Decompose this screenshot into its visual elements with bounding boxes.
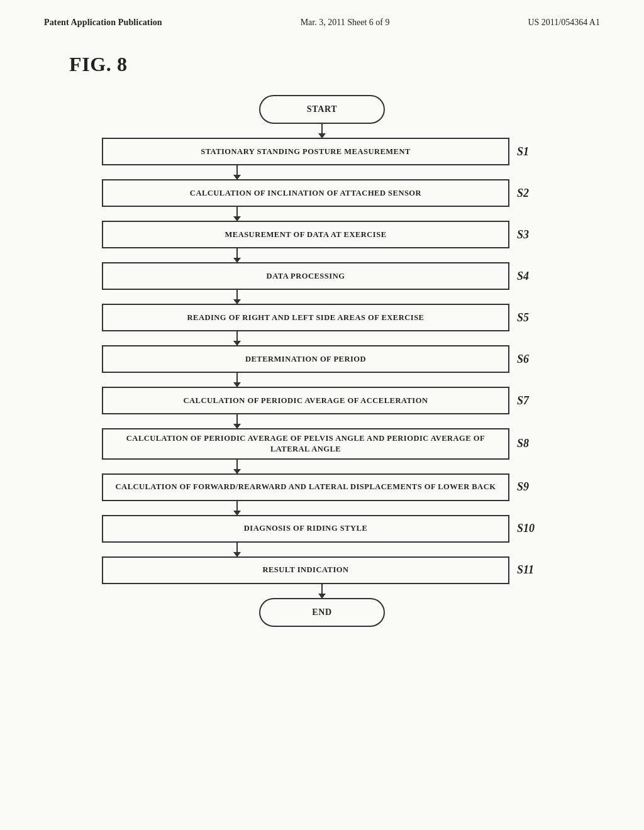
arrow-s3-next <box>236 248 238 262</box>
step-label-s8: S8 <box>517 437 542 450</box>
step-row-s11: RESULT INDICATIONS11 <box>102 556 542 584</box>
arrow-s7-next <box>236 414 238 428</box>
step-row-s6: DETERMINATION OF PERIODS6 <box>102 345 542 373</box>
process-box-s2: CALCULATION OF INCLINATION OF ATTACHED S… <box>102 179 509 207</box>
step-row-s8: CALCULATION OF PERIODIC AVERAGE OF PELVI… <box>102 428 542 460</box>
arrow-s2-next <box>236 207 238 221</box>
step-label-s11: S11 <box>517 563 542 577</box>
header-right: US 2011/054364 A1 <box>528 18 600 28</box>
arrow-s1-next <box>236 165 238 179</box>
start-terminal: START <box>259 95 385 124</box>
process-box-s8: CALCULATION OF PERIODIC AVERAGE OF PELVI… <box>102 428 509 460</box>
step-row-s7: CALCULATION OF PERIODIC AVERAGE OF ACCEL… <box>102 387 542 414</box>
arrow-s8-next <box>236 460 238 473</box>
steps-container: STATIONARY STANDING POSTURE MEASUREMENTS… <box>102 138 542 584</box>
arrow-s10-next <box>236 543 238 556</box>
step-label-s3: S3 <box>517 228 542 241</box>
process-box-s5: READING OF RIGHT AND LEFT SIDE AREAS OF … <box>102 304 509 331</box>
arrow-s6-next <box>236 373 238 387</box>
arrow-start-s1 <box>321 124 323 138</box>
arrow-s11-end <box>321 584 323 598</box>
step-label-s6: S6 <box>517 353 542 366</box>
arrow-s9-next <box>236 501 238 515</box>
process-box-s10: DIAGNOSIS OF RIDING STYLE <box>102 515 509 543</box>
step-label-s7: S7 <box>517 394 542 407</box>
process-box-s7: CALCULATION OF PERIODIC AVERAGE OF ACCEL… <box>102 387 509 414</box>
step-label-s1: S1 <box>517 145 542 158</box>
end-block: END <box>259 598 385 627</box>
header-left: Patent Application Publication <box>44 18 162 28</box>
step-row-s1: STATIONARY STANDING POSTURE MEASUREMENTS… <box>102 138 542 165</box>
step-row-s9: CALCULATION OF FORWARD/REARWARD AND LATE… <box>102 473 542 501</box>
step-row-s5: READING OF RIGHT AND LEFT SIDE AREAS OF … <box>102 304 542 331</box>
step-label-s9: S9 <box>517 480 542 494</box>
process-box-s4: DATA PROCESSING <box>102 262 509 290</box>
step-label-s5: S5 <box>517 311 542 324</box>
step-row-s4: DATA PROCESSINGS4 <box>102 262 542 290</box>
step-label-s4: S4 <box>517 270 542 283</box>
start-block: START <box>259 95 385 124</box>
arrow-s4-next <box>236 290 238 304</box>
process-box-s11: RESULT INDICATION <box>102 556 509 584</box>
process-box-s1: STATIONARY STANDING POSTURE MEASUREMENT <box>102 138 509 165</box>
process-box-s9: CALCULATION OF FORWARD/REARWARD AND LATE… <box>102 473 509 501</box>
end-terminal: END <box>259 598 385 627</box>
step-label-s10: S10 <box>517 522 542 535</box>
process-box-s6: DETERMINATION OF PERIOD <box>102 345 509 373</box>
flowchart: START STATIONARY STANDING POSTURE MEASUR… <box>0 95 644 652</box>
step-row-s3: MEASUREMENT OF DATA AT EXERCISES3 <box>102 221 542 248</box>
page: Patent Application Publication Mar. 3, 2… <box>0 0 644 830</box>
process-box-s3: MEASUREMENT OF DATA AT EXERCISE <box>102 221 509 248</box>
header-center: Mar. 3, 2011 Sheet 6 of 9 <box>301 18 390 28</box>
figure-label: FIG. 8 <box>69 53 644 76</box>
step-row-s2: CALCULATION OF INCLINATION OF ATTACHED S… <box>102 179 542 207</box>
step-label-s2: S2 <box>517 187 542 200</box>
header: Patent Application Publication Mar. 3, 2… <box>0 0 644 34</box>
arrow-s5-next <box>236 331 238 345</box>
step-row-s10: DIAGNOSIS OF RIDING STYLES10 <box>102 515 542 543</box>
